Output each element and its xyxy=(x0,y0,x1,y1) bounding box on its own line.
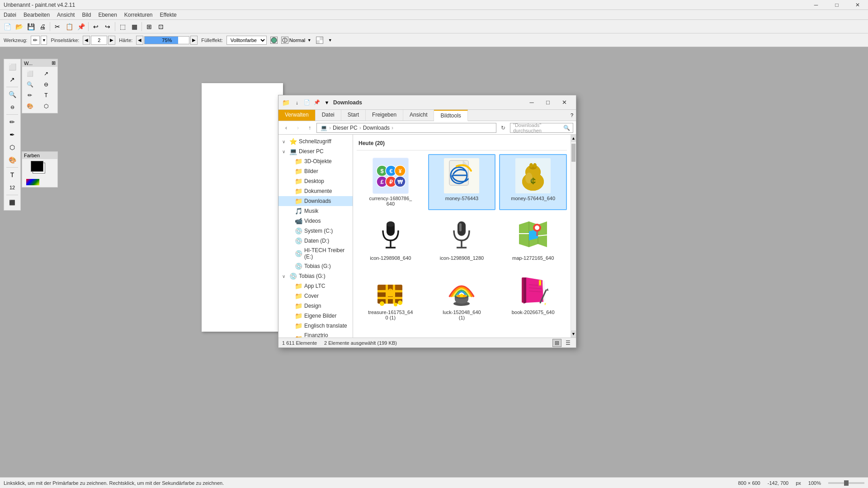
nav-desktop[interactable]: 📁 Desktop xyxy=(278,176,353,186)
select-icon[interactable]: ▦ xyxy=(129,21,140,32)
mode-dropdown[interactable]: ▼ xyxy=(306,36,312,45)
path-downloads[interactable]: Downloads xyxy=(363,125,390,131)
exp-help-btn[interactable]: ? xyxy=(570,112,574,119)
maximize-button[interactable]: □ xyxy=(826,0,847,10)
file-item-ie[interactable]: money-576443 xyxy=(428,154,496,210)
menu-bild[interactable]: Bild xyxy=(78,11,94,19)
refresh-button[interactable]: ↻ xyxy=(498,123,508,133)
nav-system-c[interactable]: 💿 System (C:) xyxy=(278,226,353,236)
pinselstaerke-input[interactable] xyxy=(91,36,107,45)
exp-tab-verwalten[interactable]: Verwalten xyxy=(278,110,316,121)
menu-korrekturen[interactable]: Korrekturen xyxy=(121,11,156,19)
deselect-button[interactable]: ⬚ xyxy=(117,21,128,32)
exp-quick-file[interactable]: 📄 xyxy=(302,98,311,107)
nav-videos[interactable]: 📹 Videos xyxy=(278,216,353,226)
nav-downloads[interactable]: 📁 Downloads xyxy=(278,196,353,206)
address-path[interactable]: 💻 › Dieser PC › Downloads › xyxy=(316,123,496,133)
tool-move[interactable]: ↗ xyxy=(5,74,19,85)
file-item-mic-light[interactable]: icon-1298908_1280 xyxy=(428,214,496,264)
search-box[interactable]: "Downloads" durchsuchen 🔍 xyxy=(510,123,573,133)
copy-button[interactable]: 📋 xyxy=(64,21,75,32)
menu-bearbeiten[interactable]: Bearbeiten xyxy=(20,11,53,19)
tool-zoom[interactable]: 🔍 xyxy=(5,89,19,100)
mini-tool-7[interactable]: 🎨 xyxy=(24,101,36,111)
alpha-selector[interactable] xyxy=(316,37,323,44)
menu-datei[interactable]: Datei xyxy=(0,11,20,19)
path-dieser-pc[interactable]: Dieser PC xyxy=(333,125,358,131)
back-button[interactable]: ‹ xyxy=(281,123,291,133)
nav-schnellzugriff[interactable]: ∨ ⭐ Schnellzugriff xyxy=(278,136,353,146)
view-large-icons[interactable]: ⊞ xyxy=(552,339,561,347)
menu-effekte[interactable]: Effekte xyxy=(156,11,180,19)
scroll-track[interactable] xyxy=(571,142,576,330)
exp-quick-down[interactable]: ↓ xyxy=(292,98,302,107)
nav-design[interactable]: 📁 Design xyxy=(278,301,353,311)
tool-dropdown[interactable]: ▼ xyxy=(41,36,47,45)
cut-button[interactable]: ✂ xyxy=(52,21,63,32)
mini-tool-2[interactable]: ↗ xyxy=(40,69,52,79)
exp-scrollbar[interactable]: ▲ ▼ xyxy=(571,135,576,338)
mini-tool-1[interactable]: ⬜ xyxy=(24,69,36,79)
minimize-button[interactable]: ─ xyxy=(806,0,826,10)
tool-rectangle[interactable]: ⬜ xyxy=(5,61,19,73)
nav-3d-objekte[interactable]: 📁 3D-Objekte xyxy=(278,156,353,166)
crop-button[interactable]: ⊞ xyxy=(144,21,155,32)
file-item-luck[interactable]: luck-152048_640 (1) xyxy=(428,268,496,324)
pinsel-left-btn[interactable]: ◀ xyxy=(83,36,90,45)
primary-color[interactable] xyxy=(31,161,43,172)
file-item-mic-dark[interactable]: icon-1298908_640 xyxy=(357,214,425,264)
nav-hitech[interactable]: 💿 HI-TECH Treiber (E:) xyxy=(278,246,353,261)
tool-zoom-out[interactable]: ⊖ xyxy=(5,101,19,113)
pinsel-right-btn[interactable]: ▶ xyxy=(108,36,115,45)
forward-button[interactable]: › xyxy=(293,123,303,133)
mini-tool-3[interactable]: 🔍 xyxy=(24,80,36,89)
tool-line[interactable]: 12 xyxy=(5,182,19,193)
exp-maximize[interactable]: □ xyxy=(540,96,556,109)
tool-fill[interactable]: 🎨 xyxy=(5,154,19,166)
exp-quick-dropdown[interactable]: ▼ xyxy=(322,98,331,107)
resize-button[interactable]: ⊡ xyxy=(156,21,166,32)
undo-button[interactable]: ↩ xyxy=(90,21,101,32)
nav-dieser-pc[interactable]: ∨ 💻 Dieser PC xyxy=(278,146,353,156)
nav-daten-d[interactable]: 💿 Daten (D:) xyxy=(278,236,353,246)
mini-panel-title[interactable]: W... ⊞ xyxy=(22,59,57,67)
new-button[interactable]: 📄 xyxy=(2,21,13,32)
tool-text[interactable]: T xyxy=(5,169,19,181)
nav-app-ltc[interactable]: 📁 App LTC xyxy=(278,281,353,291)
exp-tab-freigeben[interactable]: Freigeben xyxy=(366,110,403,121)
nav-cover[interactable]: 📁 Cover xyxy=(278,291,353,301)
nav-dokumente[interactable]: 📁 Dokumente xyxy=(278,186,353,196)
nav-eigene-bilder[interactable]: 📁 Eigene Bilder xyxy=(278,311,353,321)
scroll-up-btn[interactable]: ▲ xyxy=(571,135,576,142)
search-icon[interactable]: 🔍 xyxy=(563,125,570,131)
haerte-slider[interactable]: 75% xyxy=(144,36,189,44)
scroll-down-btn[interactable]: ▼ xyxy=(571,330,576,338)
paste-button[interactable]: 📌 xyxy=(75,21,86,32)
tool-pencil[interactable]: ✏ xyxy=(5,116,19,128)
close-button[interactable]: ✕ xyxy=(847,0,868,10)
menu-ansicht[interactable]: Ansicht xyxy=(53,11,78,19)
haerte-left-btn[interactable]: ◀ xyxy=(136,36,143,45)
open-button[interactable]: 📂 xyxy=(14,21,24,32)
exp-tab-start[interactable]: Start xyxy=(341,110,366,121)
canvas[interactable] xyxy=(202,83,283,332)
scroll-thumb[interactable] xyxy=(571,144,576,162)
nav-musik[interactable]: 🎵 Musik xyxy=(278,206,353,216)
color-picker-icon[interactable] xyxy=(270,37,278,44)
save-button[interactable]: 💾 xyxy=(25,21,36,32)
nav-tobias-g2[interactable]: ∨ 💿 Tobias (G:) xyxy=(278,271,353,281)
nav-tobias-g1[interactable]: 💿 Tobias (G:) xyxy=(278,261,353,271)
tool-eraser[interactable]: ⬡ xyxy=(5,141,19,153)
file-item-moneybag[interactable]: ¢ money-576443_640 xyxy=(499,154,567,210)
nav-finanztrio[interactable]: 📁 Finanztrio Podcast xyxy=(278,331,353,338)
nav-englisch[interactable]: 📁 Englisch translate xyxy=(278,321,353,331)
color-panel-title[interactable]: Farben xyxy=(22,152,57,159)
file-item-book[interactable]: book-2026675_640 xyxy=(499,268,567,324)
tool-colorpicker[interactable]: ⬛ xyxy=(5,197,19,208)
haerte-right-btn[interactable]: ▶ xyxy=(190,36,198,45)
alpha-dropdown[interactable]: ▼ xyxy=(327,36,333,45)
exp-close[interactable]: ✕ xyxy=(556,96,572,109)
view-list[interactable]: ☰ xyxy=(563,339,572,347)
file-item-map[interactable]: map-1272165_640 xyxy=(499,214,567,264)
file-item-currency[interactable]: $ € ¥ £ ₽ ₩ xyxy=(357,154,425,210)
